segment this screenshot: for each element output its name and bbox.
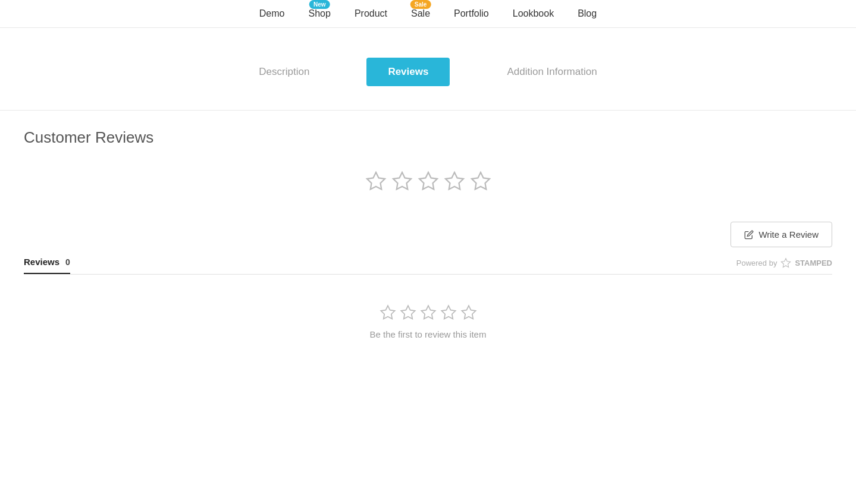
nav-item-blog[interactable]: Blog xyxy=(578,8,597,21)
tab-addition-information[interactable]: Addition Information xyxy=(485,58,618,86)
svg-marker-9 xyxy=(441,305,455,319)
nav-item-sale[interactable]: SaleSale xyxy=(411,8,430,21)
svg-marker-4 xyxy=(472,172,490,190)
action-row: Write a Review xyxy=(24,222,832,247)
nav-label: Blog xyxy=(578,8,597,18)
powered-by-label: Powered by xyxy=(736,259,777,267)
nav-item-lookbook[interactable]: Lookbook xyxy=(513,8,554,21)
first-review-text: Be the first to review this item xyxy=(370,329,487,339)
svg-marker-7 xyxy=(401,305,415,319)
write-review-button[interactable]: Write a Review xyxy=(730,222,832,247)
svg-marker-8 xyxy=(421,305,435,319)
review-star-3-icon xyxy=(420,304,437,321)
svg-marker-6 xyxy=(381,305,394,319)
svg-marker-1 xyxy=(393,172,411,190)
stamped-label: STAMPED xyxy=(795,259,832,267)
nav-label: Demo xyxy=(259,8,285,18)
nav-item-product[interactable]: Product xyxy=(355,8,387,21)
nav-label: Sale xyxy=(411,8,430,18)
nav-item-shop[interactable]: NewShop xyxy=(309,8,331,21)
tab-description[interactable]: Description xyxy=(237,58,331,86)
review-star-5-icon xyxy=(460,304,477,321)
pencil-icon xyxy=(744,230,754,240)
nav-label: Product xyxy=(355,8,387,18)
stars-medium xyxy=(380,304,477,321)
svg-marker-2 xyxy=(419,172,437,190)
first-review-section: Be the first to review this item xyxy=(24,275,832,369)
nav-badge-sale: Sale xyxy=(410,0,431,9)
nav-item-demo[interactable]: Demo xyxy=(259,8,285,21)
nav-badge-new: New xyxy=(309,0,330,9)
reviews-bar: Reviews 0 Powered by STAMPED xyxy=(24,257,832,275)
powered-by: Powered by STAMPED xyxy=(736,257,832,274)
star-4-icon xyxy=(444,171,465,192)
star-5-icon xyxy=(470,171,491,192)
reviews-tab-label: Reviews xyxy=(24,257,59,267)
nav-item-portfolio[interactable]: Portfolio xyxy=(454,8,489,21)
star-3-icon xyxy=(418,171,439,192)
nav-label: Portfolio xyxy=(454,8,489,18)
nav-label: Shop xyxy=(309,8,331,18)
svg-marker-0 xyxy=(367,172,385,190)
customer-reviews-title: Customer Reviews xyxy=(24,128,832,147)
svg-marker-10 xyxy=(462,305,475,319)
tabs-container: DescriptionReviewsAddition Information xyxy=(0,28,856,110)
svg-marker-5 xyxy=(782,259,791,267)
review-star-4-icon xyxy=(440,304,457,321)
review-star-2-icon xyxy=(400,304,416,321)
write-review-label: Write a Review xyxy=(758,229,819,240)
stars-large xyxy=(24,171,832,192)
nav-label: Lookbook xyxy=(513,8,554,18)
reviews-count: 0 xyxy=(65,257,70,267)
star-1-icon xyxy=(365,171,387,192)
navbar: DemoNewShopProductSaleSalePortfolioLookb… xyxy=(0,0,856,28)
svg-marker-3 xyxy=(446,172,463,190)
tab-reviews[interactable]: Reviews xyxy=(366,58,450,86)
main-content: Customer Reviews Write a Review Reviews … xyxy=(0,111,856,405)
reviews-tab: Reviews 0 xyxy=(24,257,70,274)
stamped-logo-icon xyxy=(780,257,791,268)
review-star-1-icon xyxy=(380,304,396,321)
star-2-icon xyxy=(391,171,413,192)
